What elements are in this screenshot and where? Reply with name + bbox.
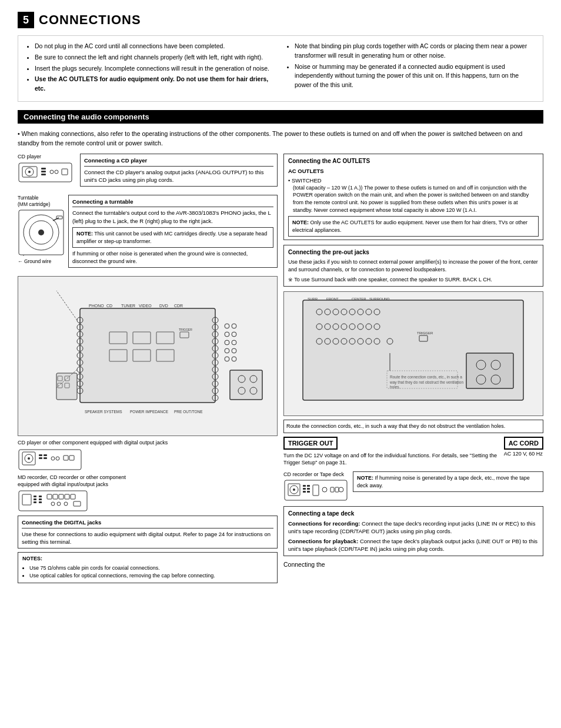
digital-jacks-title: Connecting the DIGITAL jacks [22,518,273,528]
svg-text:SURROUND: SURROUND [369,297,390,301]
svg-point-165 [339,487,343,492]
turntable-box: Connecting a turntable Connect the turnt… [68,195,278,268]
ac-cord-section: AC CORD AC 120 V, 60 Hz [504,437,543,457]
intro-bullet-5: Note that binding pin plug cords togethe… [295,42,535,61]
svg-point-41 [225,324,229,328]
svg-text:CENTER: CENTER [352,297,366,301]
tape-humming-note-text: If humming noise is generated by a tape … [357,475,530,488]
turntable-note-text: This unit cannot be used with MC cartrid… [76,231,267,244]
svg-rect-156 [303,488,306,490]
svg-text:POWER IMPEDANCE: POWER IMPEDANCE [130,410,169,414]
svg-rect-85 [39,457,42,459]
svg-rect-92 [19,491,87,511]
svg-line-61 [56,291,77,320]
intro-paragraph: • When making connections, also refer to… [18,129,543,148]
pre-out-callout: Connecting the pre-out jacks Use these j… [283,245,543,287]
svg-point-45 [225,340,229,345]
svg-rect-101 [53,494,58,499]
route-text-box: Route the connection cords, etc., in suc… [283,420,543,433]
intro-bullet-3: Insert the plugs securely. Incomplete co… [35,64,275,74]
intro-left-list: Do not plug in the AC cord until all con… [26,42,275,95]
intro-bullet-6: Noise or humming may be generated if a c… [295,62,535,90]
ac-cord-label: AC CORD [504,437,543,450]
svg-point-154 [293,488,295,491]
svg-rect-91 [69,456,74,460]
pre-out-text: Use these jacks if you wish to connect e… [288,258,539,273]
svg-point-8 [55,170,58,174]
svg-rect-93 [22,494,31,505]
digital-jacks-text: Use these for connections to audio equip… [22,530,273,546]
svg-rect-103 [65,494,69,499]
tape-deck-rec-section: Connections for recording: Connect the t… [288,520,539,536]
turntable-note-title: NOTE: [76,231,93,237]
tape-humming-note-title: NOTE: [357,475,373,481]
intro-bullet-1: Do not plug in the AC cord until all con… [35,42,275,51]
subsection-title: Connecting the audio components [24,112,149,121]
svg-point-50 [232,357,236,361]
svg-rect-159 [307,488,310,490]
digital-jacks-box: Connecting the DIGITAL jacks Use these f… [18,516,278,549]
svg-point-89 [56,457,59,460]
digital-notes-list: Use 75 Ω/ohms cable pin cords for coaxia… [22,564,273,580]
section-number: 5 [18,12,34,28]
svg-rect-56 [230,370,262,400]
svg-rect-160 [307,491,310,493]
subsection-bar: Connecting the audio components [18,110,543,124]
turntable-note: NOTE: This unit cannot be used with MC c… [72,227,273,248]
ac-outlets-bullet: • SWITCHED [288,177,539,184]
intro-right-list: Note that binding pin plug cords togethe… [286,42,535,95]
svg-rect-6 [41,174,46,175]
intro-bullet-4: Use the AC OUTLETS for audio equipment o… [35,75,275,94]
tape-deck-row: CD recorder or Tape deck [283,471,543,503]
svg-rect-51 [56,373,77,400]
svg-text:CD: CD [106,304,112,308]
ac-outlets-note-text: Only use the AC OUTLETS for audio equipm… [292,220,527,233]
pre-out-note: ※ To use Surround back with one speaker,… [288,276,539,284]
md-label: MD recorder, CD recorder or other compon… [18,474,278,488]
turntable-box-text: Connect the turntable's output cord to t… [72,209,273,225]
svg-rect-87 [44,457,47,459]
svg-point-3 [28,171,31,173]
svg-text:DVD: DVD [159,304,168,308]
turntable-label: Turntable (MM cartridge) [18,195,65,208]
main-content: CD player Connecting a CD player Co [18,154,543,583]
connecting-the-text: Connecting the [283,561,543,568]
svg-text:PHONO: PHONO [89,304,104,308]
tape-deck-rec-title: Connections for recording: [288,520,360,527]
svg-point-7 [50,170,54,174]
svg-text:PRE OUT/TONE: PRE OUT/TONE [174,410,203,414]
svg-text:TRIGGER: TRIGGER [179,328,192,331]
cd-digital-svg [18,448,82,471]
cd-tape-label: CD recorder or Tape deck [283,471,348,477]
ac-outlets-text: (total capacity – 120 W (1 A.)) The powe… [293,184,539,214]
right-column: Connecting the AC OUTLETS AC OUTLETS • S… [283,154,543,583]
intro-bullet-2: Be sure to connect the left and right ch… [35,53,275,62]
ac-outlets-subtitle: AC OUTLETS [288,167,539,175]
trigger-out-text: Turn the DC 12V voltage on and off for t… [283,452,499,467]
trigger-out-section: TRIGGER OUT Turn the DC 12V voltage on a… [283,437,499,467]
svg-point-47 [225,348,229,353]
svg-rect-104 [71,494,75,499]
svg-text:holes.: holes. [390,385,400,389]
svg-point-88 [51,457,55,460]
svg-rect-90 [64,456,68,460]
ac-cord-text: AC 120 V, 60 Hz [504,451,543,457]
svg-rect-5 [41,171,46,172]
tape-deck-callout: Connecting a tape deck Connections for r… [283,506,543,556]
turntable-section: Turntable (MM cartridge) ← Ground wire C… [18,195,278,271]
digital-note-1: Use 75 Ω/ohms cable pin cords for coaxia… [29,564,273,573]
cd-player-box-text: Connect the CD player's analog output ja… [84,168,273,184]
svg-rect-137 [466,353,513,388]
svg-rect-99 [39,501,42,503]
svg-rect-158 [307,485,310,487]
svg-point-48 [232,348,236,353]
svg-rect-155 [303,485,306,487]
receiver-diagram-svg: PHONO CD TUNER VIDEO DVD CDR SPEAKER SYS… [21,279,275,432]
svg-rect-163 [330,487,334,492]
svg-point-107 [64,502,68,506]
svg-text:SURR: SURR [308,297,318,301]
svg-point-49 [225,357,229,361]
svg-rect-102 [59,494,64,499]
cd-player-svg [18,161,76,184]
svg-rect-80 [19,450,81,470]
